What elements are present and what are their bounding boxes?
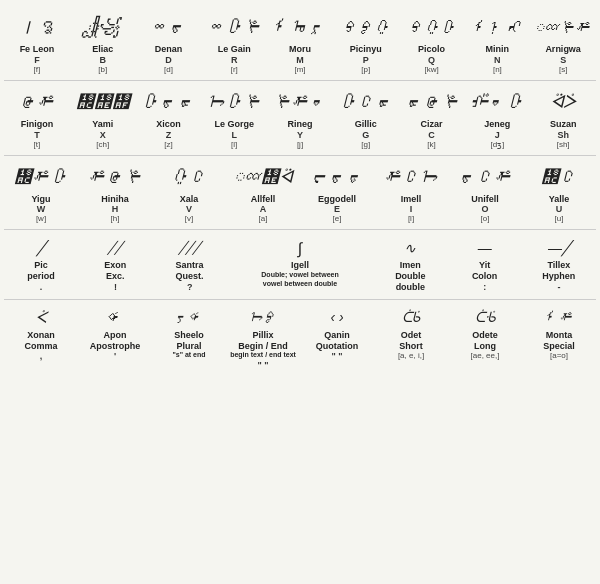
letter-allfell: A [260,204,267,214]
letter-unifell: O [481,204,488,214]
cell-moru: ᠮᠣᠷ Moru M [m] [267,10,333,76]
cell-yit: — Yit Colon : [448,234,522,294]
phoneme-monta: [a=o] [550,351,568,360]
name2-tillex: Hyphen [542,271,575,282]
name-jeneg: Jeneg [484,119,510,130]
name-allfell: Allfell [251,194,276,205]
name-unifell: Unifell [471,194,499,205]
row-2: ᢙᢝ Finigon T [t] ᢬᢮᢯ Yami X [ch] ᢕᢐᢘ Xic… [4,81,596,156]
name-eliac: Eliac [92,44,113,55]
name3-imen: double [396,282,426,293]
alphabet-chart: ꩝꩕ Fe Leon F [f] ꧀꧁ Eliac B [b] ᢁᢐ Denan… [0,0,600,382]
letter-eggodell: E [334,204,340,214]
name2-xonan: Comma [24,341,57,352]
name-arnigwa: Arnigwa [545,44,581,55]
phoneme-moru: [m] [294,65,305,74]
name2-yit: Colon [472,271,498,282]
letter-yit: : [483,282,486,292]
name-pic: Pic [34,260,48,271]
phoneme-arnigwa: [s] [559,65,567,74]
glyph-yami: ᢬᢮᢯ [76,87,130,119]
glyph-tillex: —╱ [548,236,570,260]
cell-tillex: —╱ Tillex Hyphen - [522,234,596,294]
cell-xicon: ᢕᢐᢘ Xicon Z [z] [136,85,202,151]
phoneme-yigu: [w] [36,214,46,223]
letter-imell: I [410,204,413,214]
cell-picolo: ᢒᢔᢕ Picolo Q [kw] [399,10,465,76]
name-pillix: Pillix [252,330,273,341]
letter-fe-leon: F [34,55,40,65]
glyph-exon: ╱╱ [108,236,122,260]
glyph-picinyu: ᢒᢓᢔ [342,12,390,44]
name2-apon: Apostrophe [90,341,141,352]
name-denan: Denan [155,44,183,55]
glyph-xicon: ᢕᢐᢘ [141,87,195,119]
row-3: ᢬ᢝᢕ Yigu W [w] ᢝᢙᢞ Hiniha H [h] ᢔᢗ Xala … [4,156,596,231]
glyph-suzan: ᢲᢴ [550,87,576,119]
glyph-odete: ᢷᢹ [475,306,496,330]
glyph-eliac: ꧀꧁ [86,12,119,44]
cell-odete: ᢷᢹ Odete Long [ae, ee,] [448,304,522,363]
letter-yalle: U [556,204,563,214]
row-5: ᢵ Xonan Comma , ᡩ Apon Apostrophe ' ᡪᡩ S… [4,300,596,376]
cell-eliac: ꧀꧁ Eliac B [b] [70,10,136,76]
phoneme-imell: [l] [408,214,414,223]
phoneme-jeneg: [dʒ] [490,140,504,149]
cell-yalle: ᢬ᢗ Yalle U [u] [522,160,596,226]
glyph-sheelo: ᡪᡩ [175,306,203,330]
letter-hiniha: H [112,204,119,214]
glyph-denan: ᢁᢐ [150,12,186,44]
name-hiniha: Hiniha [101,194,129,205]
cell-unifell: ᢐᢗᢝ Unifell O [o] [448,160,522,226]
glyph-picolo: ᢒᢔᢕ [408,12,456,44]
glyph-eggodell: ᢏᢐᢑ [310,162,364,194]
glyph-igell: ∫ [298,236,302,260]
glyph-pillix: ᢇᢓ [249,306,277,330]
phoneme-unifell: [o] [481,214,490,223]
name-picolo: Picolo [418,44,445,55]
name-gillic: Gillic [355,119,377,130]
name3-pillix: begin text / end text [230,351,296,359]
phoneme-denan: [d] [164,65,173,74]
name-imen: Imen [400,260,421,271]
letter-denan: D [165,55,172,65]
letter-eliac: B [99,55,106,65]
glyph-moru: ᠮᠣᠷ [273,12,327,44]
cell-gillic: ᢕᢗᢘ Gillic G [g] [333,85,399,151]
glyph-santra: ╱╱╱ [179,236,200,260]
name-fe-leon: Fe Leon [20,44,55,55]
phoneme-le-gorge: [l] [231,140,237,149]
cell-denan: ᢁᢐ Denan D [d] [136,10,202,76]
letter-yigu: W [37,204,46,214]
name-odet: Odet [401,330,422,341]
glyph-pic: ╱ [37,236,45,260]
letter-yami: X [100,130,106,140]
name-yigu: Yigu [31,194,50,205]
glyph-yigu: ᢬ᢝᢕ [14,162,68,194]
phoneme-eliac: [b] [98,65,107,74]
cell-le-gorge: ᢇᢕᢞ Le Gorge L [l] [201,85,267,151]
phoneme-xala: [v] [185,214,193,223]
cell-fe-leon: ꩝꩕ Fe Leon F [f] [4,10,70,76]
cell-pic: ╱ Pic period . [4,234,78,294]
phoneme-minin: [n] [493,65,502,74]
name-xicon: Xicon [156,119,181,130]
name2-qanin: Quotation [316,341,359,352]
name2-monta: Special [543,341,575,352]
cell-cizar: ᢘᢙᢞ Cizar C [k] [399,85,465,151]
cell-allfell: ᢅ᢮ᢲ Allfell A [a] [226,160,300,226]
letter-gillic: G [362,130,369,140]
name-xala: Xala [180,194,199,205]
cell-eggodell: ᢏᢐᢑ Eggodell E [e] [300,160,374,226]
name-minin: Minin [486,44,510,55]
letter-cizar: C [428,130,435,140]
cell-finigon: ᢙᢝ Finigon T [t] [4,85,70,151]
name-santra: Santra [176,260,204,271]
name-le-gorge: Le Gorge [214,119,254,130]
name2-santra: Quest. [176,271,204,282]
letter-apon: ' [114,351,116,361]
name-finigon: Finigon [21,119,54,130]
letter-pillix: " " [257,360,268,370]
phoneme-odete: [ae, ee,] [471,351,500,360]
name-yit: Yit [479,260,490,271]
